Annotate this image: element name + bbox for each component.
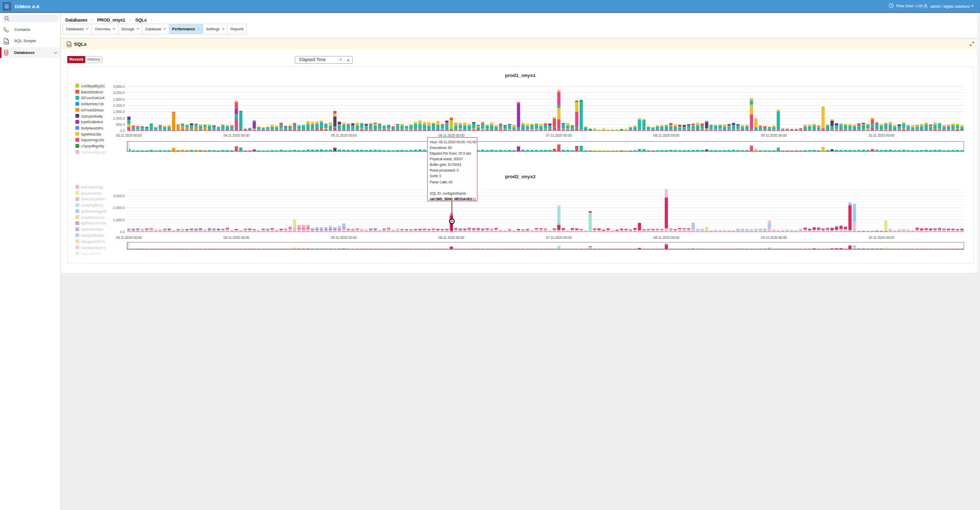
svg-text:0yz6h4sut4dyv: 0yz6h4sut4dyv	[81, 228, 104, 232]
svg-text:gv68wbczwgph8: gv68wbczwgph8	[81, 210, 106, 214]
svg-text:prod2_onyx2: prod2_onyx2	[505, 174, 536, 179]
svg-text:c7qmp9fbgr49y: c7qmp9fbgr49y	[81, 144, 105, 148]
svg-text:1,000.0: 1,000.0	[113, 117, 125, 120]
svg-text:1,000.0: 1,000.0	[113, 218, 125, 222]
svg-text:8ta0d90tz8mzf: 8ta0d90tz8mzf	[81, 90, 103, 94]
svg-text:2w2nptv6bvttq: 2w2nptv6bvttq	[81, 115, 103, 119]
svg-text:1,500.0: 1,500.0	[113, 110, 125, 114]
svg-text:prod1_onyx1: prod1_onyx1	[505, 72, 536, 78]
svg-text:09.11.2020 00:00: 09.11.2020 00:00	[761, 236, 787, 239]
svg-text:10.11.2020 00:00: 10.11.2020 00:00	[869, 236, 895, 239]
svg-text:2tmkza51z06s0: 2tmkza51z06s0	[81, 197, 105, 201]
svg-text:7wk0xuw9gxhg0: 7wk0xuw9gxhg0	[81, 150, 106, 155]
svg-text:2nxxh9r0dw10z: 2nxxh9r0dw10z	[81, 216, 105, 219]
svg-text:2,500.0: 2,500.0	[113, 98, 125, 101]
svg-text:0jqrkf4td1d5k: 0jqrkf4td1d5k	[81, 133, 102, 137]
svg-text:3,000.0: 3,000.0	[113, 91, 125, 95]
svg-text:3upsap37rljrh: 3upsap37rljrh	[81, 252, 102, 256]
svg-text:500.0: 500.0	[116, 123, 125, 126]
svg-text:09.11.2020 00:00: 09.11.2020 00:00	[761, 134, 787, 137]
svg-text:bn87sa4z51ttg: bn87sa4z51ttg	[81, 185, 103, 190]
svg-text:05.11.2020 00:00: 05.11.2020 00:00	[331, 134, 357, 137]
svg-text:fcykt52d6h6n4: fcykt52d6h6n4	[81, 120, 103, 124]
svg-text:0.0: 0.0	[120, 129, 125, 133]
svg-text:54wagr909317n: 54wagr909317n	[81, 240, 106, 244]
svg-text:b47nnk63htxsv: b47nnk63htxsv	[81, 108, 104, 112]
svg-text:bsxtpbwusbths: bsxtpbwusbths	[81, 126, 104, 130]
svg-text:04.11.2020 00:00: 04.11.2020 00:00	[223, 236, 249, 239]
svg-text:2,000.0: 2,000.0	[113, 104, 125, 107]
svg-text:08.11.2020 00:00: 08.11.2020 00:00	[654, 134, 680, 137]
svg-text:0.0: 0.0	[120, 230, 125, 234]
svg-text:267uvct1wb1z4: 267uvct1wb1z4	[81, 96, 105, 100]
svg-text:1xcrqh0gt6k9g: 1xcrqh0gt6k9g	[81, 203, 103, 207]
svg-text:0wjudznngc32s: 0wjudznngc32s	[81, 138, 105, 142]
svg-text:2,000.0: 2,000.0	[113, 206, 125, 210]
svg-text:qbxvsrcnkf3m: qbxvsrcnkf3m	[81, 192, 102, 196]
svg-text:6yfb8p2955q62: 6yfb8p2955q62	[81, 234, 105, 238]
svg-text:03.11.2020 00:00: 03.11.2020 00:00	[116, 236, 142, 239]
svg-text:0a2s6qdd6y0rm: 0a2s6qdd6y0rm	[81, 246, 106, 250]
svg-text:06.11.2020 00:00: 06.11.2020 00:00	[438, 236, 465, 239]
svg-text:04.11.2020 00:00: 04.11.2020 00:00	[223, 134, 249, 137]
svg-text:1c428py85g331: 1c428py85g331	[81, 84, 105, 88]
svg-text:3,500.0: 3,500.0	[113, 85, 125, 88]
svg-text:10.11.2020 00:00: 10.11.2020 00:00	[869, 134, 895, 137]
svg-text:03.11.2020 00:00: 03.11.2020 00:00	[116, 134, 142, 137]
svg-text:dv96zh9ntx7z6: dv96zh9ntx7z6	[81, 102, 104, 106]
svg-text:07.11.2020 00:00: 07.11.2020 00:00	[546, 134, 572, 137]
svg-text:08.11.2020 00:00: 08.11.2020 00:00	[654, 236, 680, 239]
svg-text:07.11.2020 00:00: 07.11.2020 00:00	[546, 236, 572, 239]
svg-text:3,000.0: 3,000.0	[113, 194, 125, 198]
svg-text:bg95dqh79mx0s: bg95dqh79mx0s	[81, 221, 107, 225]
svg-text:05.11.2020 00:00: 05.11.2020 00:00	[331, 236, 357, 239]
